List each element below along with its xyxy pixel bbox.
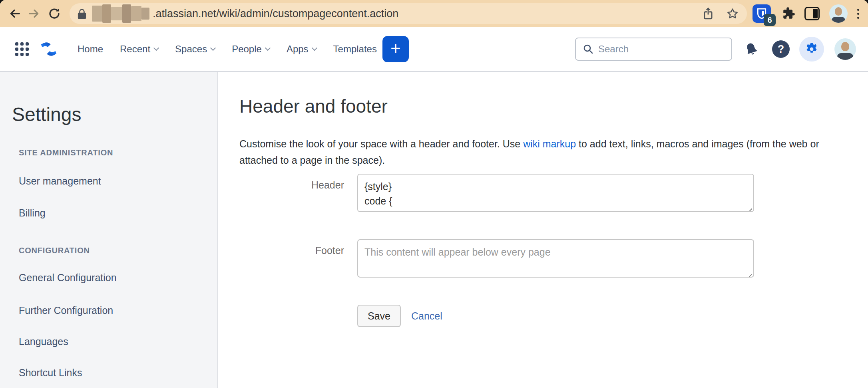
browser-profile-avatar[interactable]	[829, 4, 848, 23]
cancel-link[interactable]: Cancel	[411, 310, 442, 322]
confluence-navbar: Home Recent Spaces People Apps Templates…	[0, 27, 868, 72]
avatar-head	[835, 7, 842, 16]
avatar-head	[841, 42, 849, 51]
notifications-bell-icon[interactable]	[744, 42, 759, 56]
nav-item-apps[interactable]: Apps	[287, 44, 317, 55]
header-footer-form: Header {style} code { Footer Save Cance	[239, 174, 868, 327]
reload-button[interactable]	[47, 6, 62, 21]
nav-item-recent[interactable]: Recent	[120, 44, 158, 55]
page-description: Customise the look of your space with a …	[239, 136, 837, 169]
share-icon[interactable]	[702, 7, 714, 20]
browser-window: .atlassian.net/wiki/admin/custompagecont…	[0, 0, 868, 389]
main-panel: Header and footer Customise the look of …	[218, 72, 868, 388]
browser-toolbar: .atlassian.net/wiki/admin/custompagecont…	[0, 0, 868, 27]
sidebar-item-user-management[interactable]: User management	[19, 175, 217, 187]
save-button[interactable]: Save	[357, 305, 401, 327]
sidebar-item-shortcut-links[interactable]: Shortcut Links	[19, 367, 217, 379]
chevron-down-icon	[265, 45, 271, 51]
extension-badge: 6	[764, 14, 776, 26]
header-field-label: Header	[239, 174, 344, 214]
sidebar-item-further-configuration[interactable]: Further Configuration	[19, 304, 217, 316]
create-button[interactable]: +	[382, 36, 409, 62]
url-text: .atlassian.net/wiki/admin/custompagecont…	[153, 8, 398, 20]
chevron-down-icon	[153, 45, 159, 51]
plus-icon: +	[390, 40, 401, 57]
section-header-site-administration: SITE ADMINISTRATION	[19, 148, 217, 157]
browser-menu-icon[interactable]	[857, 9, 859, 19]
help-icon[interactable]: ?	[772, 40, 790, 58]
chevron-down-icon	[210, 45, 216, 51]
section-header-configuration: CONFIGURATION	[19, 246, 217, 255]
settings-sidebar: Settings SITE ADMINISTRATION User manage…	[0, 72, 218, 388]
forward-button[interactable]	[27, 6, 42, 21]
app-switcher-icon[interactable]	[15, 42, 29, 56]
lock-icon	[78, 8, 86, 19]
sidebar-item-languages[interactable]: Languages	[19, 335, 217, 347]
avatar-body	[837, 53, 853, 60]
header-textarea[interactable]: {style} code {	[357, 174, 754, 212]
extensions-puzzle-icon[interactable]	[781, 6, 796, 21]
user-profile-avatar[interactable]	[834, 38, 856, 60]
confluence-logo-icon[interactable]	[40, 40, 58, 58]
chevron-down-icon	[312, 45, 317, 51]
address-bar[interactable]: .atlassian.net/wiki/admin/custompagecont…	[70, 3, 747, 24]
sidebar-title: Settings	[12, 103, 217, 126]
bookmark-star-icon[interactable]	[726, 7, 739, 20]
settings-gear-icon[interactable]	[799, 37, 824, 62]
nav-item-spaces[interactable]: Spaces	[175, 44, 215, 55]
search-input[interactable]	[598, 44, 727, 55]
bitwarden-extension-icon[interactable]: 6	[753, 4, 771, 23]
page-title: Header and footer	[239, 95, 868, 117]
wiki-markup-link[interactable]: wiki markup	[523, 138, 576, 149]
avatar-body	[832, 17, 845, 23]
footer-field-label: Footer	[239, 239, 344, 279]
side-panel-icon[interactable]	[804, 7, 820, 20]
search-icon	[582, 43, 594, 55]
footer-textarea[interactable]	[357, 239, 754, 278]
back-button[interactable]	[7, 6, 22, 21]
redacted-site-name	[92, 4, 149, 23]
nav-item-home[interactable]: Home	[78, 44, 103, 55]
sidebar-item-billing[interactable]: Billing	[19, 207, 217, 219]
sidebar-item-general-configuration[interactable]: General Configuration	[19, 272, 217, 284]
nav-item-templates[interactable]: Templates	[333, 44, 377, 55]
nav-item-people[interactable]: People	[232, 44, 270, 55]
search-box[interactable]	[575, 38, 732, 61]
